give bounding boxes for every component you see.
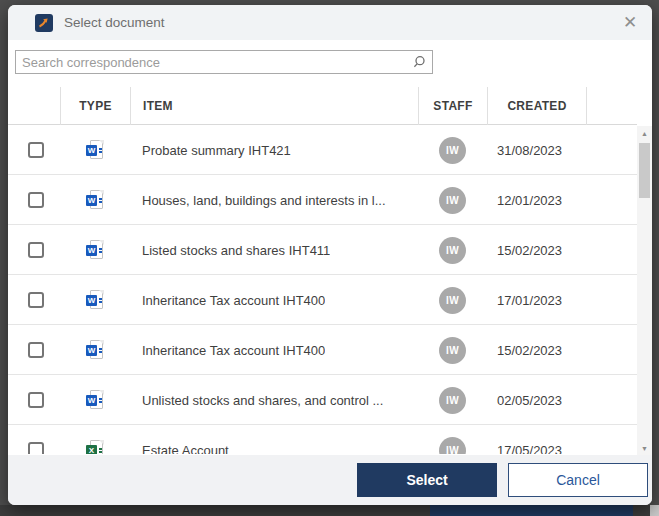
underlying-light-bar [650,505,659,516]
table-row[interactable]: X Estate Account IW 17/05/2023 [8,425,637,454]
table-row[interactable]: W Listed stocks and shares IHT411 IW 15/… [8,225,637,275]
item-label: Listed stocks and shares IHT411 [142,243,330,258]
row-checkbox[interactable] [28,342,44,358]
app-logo-icon [35,14,53,32]
search-bar [15,50,433,74]
table-row[interactable]: W Inheritance Tax account IHT400 IW 15/0… [8,325,637,375]
staff-avatar: IW [439,437,466,455]
column-header-staff: STAFF [418,87,487,125]
search-icon [412,55,426,73]
column-header-extra [586,87,637,125]
row-checkbox[interactable] [28,242,44,258]
staff-avatar: IW [439,287,466,314]
dialog-title: Select document [64,15,165,30]
staff-avatar: IW [439,187,466,214]
created-date: 17/05/2023 [497,443,562,455]
scroll-down-icon[interactable]: ▼ [637,441,652,456]
table-row[interactable]: W Inheritance Tax account IHT400 IW 17/0… [8,275,637,325]
table-header-row: TYPE ITEM STAFF CREATED [8,87,637,125]
table-body: W Probate summary IHT421 IW 31/08/2023 W… [8,125,637,454]
select-document-dialog: Select document ✕ TYPE ITEM STAFF CREATE… [8,5,652,505]
staff-avatar: IW [439,137,466,164]
row-checkbox[interactable] [28,292,44,308]
vertical-scrollbar[interactable]: ▲ ▼ [637,126,652,456]
word-file-icon: W [86,290,104,310]
item-label: Inheritance Tax account IHT400 [142,343,325,358]
underlying-page-strip [0,505,659,516]
created-date: 31/08/2023 [497,143,562,158]
item-label: Houses, land, buildings and interests in… [142,193,386,208]
scroll-up-icon[interactable]: ▲ [637,126,652,141]
staff-avatar: IW [439,337,466,364]
item-label: Inheritance Tax account IHT400 [142,293,325,308]
word-file-icon: W [86,190,104,210]
row-checkbox[interactable] [28,142,44,158]
row-checkbox[interactable] [28,392,44,408]
cancel-button[interactable]: Cancel [508,463,648,497]
table-row[interactable]: W Houses, land, buildings and interests … [8,175,637,225]
created-date: 02/05/2023 [497,393,562,408]
table-row[interactable]: W Unlisted stocks and shares, and contro… [8,375,637,425]
excel-file-icon: X [86,440,104,454]
created-date: 15/02/2023 [497,343,562,358]
staff-avatar: IW [439,237,466,264]
row-checkbox[interactable] [28,442,44,454]
word-file-icon: W [86,240,104,260]
created-date: 12/01/2023 [497,193,562,208]
word-file-icon: W [86,390,104,410]
staff-avatar: IW [439,387,466,414]
underlying-navy-bar [430,505,633,516]
column-header-type: TYPE [60,87,130,125]
word-file-icon: W [86,340,104,360]
column-header-checkbox [8,87,60,125]
select-button[interactable]: Select [357,463,497,497]
item-label: Probate summary IHT421 [142,143,291,158]
close-icon[interactable]: ✕ [618,11,642,35]
item-label: Unlisted stocks and shares, and control … [142,393,383,408]
item-label: Estate Account [142,443,229,455]
column-header-created: CREATED [487,87,586,125]
word-file-icon: W [86,140,104,160]
dialog-header: Select document ✕ [8,5,652,40]
dialog-footer: Select Cancel [8,455,652,505]
row-checkbox[interactable] [28,192,44,208]
created-date: 15/02/2023 [497,243,562,258]
table-row[interactable]: W Probate summary IHT421 IW 31/08/2023 [8,125,637,175]
scrollbar-thumb[interactable] [639,143,650,198]
created-date: 17/01/2023 [497,293,562,308]
column-header-item: ITEM [130,87,418,125]
search-input[interactable] [15,50,433,74]
